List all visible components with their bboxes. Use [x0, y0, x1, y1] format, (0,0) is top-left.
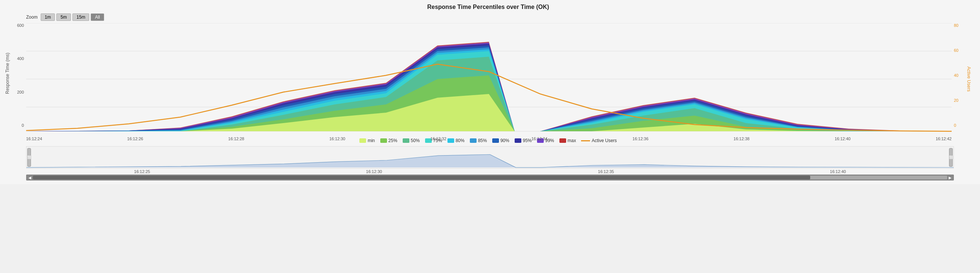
zoom-label: Zoom [26, 14, 38, 20]
y-axis-left: 600 400 200 0 [10, 23, 26, 135]
y-tick-600: 600 [17, 23, 24, 28]
minimap-tick-3: 16:12:40 [830, 169, 846, 174]
scroll-left-arrow[interactable]: ◀ [27, 176, 33, 180]
zoom-btn-5m[interactable]: 5m [56, 13, 71, 21]
y-right-tick-20: 20 [954, 98, 958, 103]
minimap-handle-left[interactable]: ⬜ [27, 148, 31, 167]
y-right-tick-60: 60 [954, 48, 958, 52]
x-tick-8: 16:12:40 [834, 136, 851, 141]
y-axis-right: 80 60 40 20 0 [951, 23, 965, 135]
zoom-btn-15m[interactable]: 15m [72, 13, 89, 21]
x-tick-6: 16:12:36 [633, 136, 649, 141]
zoom-btn-all[interactable]: All [91, 13, 104, 21]
minimap-tick-0: 16:12:25 [134, 169, 150, 174]
minimap-x-axis: 16:12:25 16:12:30 16:12:35 16:12:40 [26, 169, 954, 174]
minimap-svg [27, 146, 953, 168]
chart-title: Response Time Percentiles over Time (OK) [4, 4, 972, 10]
svg-rect-16 [27, 146, 953, 168]
x-tick-9: 16:12:42 [935, 136, 951, 141]
minimap[interactable]: ⬜ ⬜ [26, 146, 954, 168]
y-tick-200: 200 [17, 90, 24, 94]
minimap-handle-right[interactable]: ⬜ [949, 148, 953, 167]
x-tick-3: 16:12:30 [329, 136, 345, 141]
scroll-right-arrow[interactable]: ▶ [947, 176, 953, 180]
chart-svg [26, 23, 951, 135]
minimap-tick-2: 16:12:35 [598, 169, 614, 174]
scroll-thumb[interactable] [33, 176, 810, 179]
zoom-btn-1m[interactable]: 1m [41, 13, 55, 21]
scroll-track[interactable] [33, 176, 947, 179]
zoom-controls: Zoom 1m 5m 15m All [26, 13, 972, 21]
chart-container: Response Time Percentiles over Time (OK)… [0, 0, 980, 184]
y-right-tick-80: 80 [954, 23, 958, 28]
x-tick-1: 16:12:26 [127, 136, 143, 141]
x-tick-0: 16:12:24 [26, 136, 42, 141]
y-axis-left-label: Response Time (ms) [5, 64, 10, 94]
x-tick-2: 16:12:28 [228, 136, 245, 141]
y-tick-400: 400 [17, 56, 24, 61]
x-axis: 16:12:24 16:12:26 16:12:28 16:12:30 16:1… [26, 135, 951, 141]
x-tick-5: 16:12:34 [531, 136, 547, 141]
main-chart: 16:12:24 16:12:26 16:12:28 16:12:30 16:1… [26, 23, 951, 135]
y-axis-right-label: Active Users [966, 64, 971, 94]
x-tick-4: 16:12:32 [430, 136, 446, 141]
scrollbar[interactable]: ◀ ▶ [26, 175, 954, 181]
minimap-tick-1: 16:12:30 [366, 169, 382, 174]
x-tick-7: 16:12:38 [734, 136, 750, 141]
y-right-tick-0: 0 [954, 123, 956, 127]
y-tick-0: 0 [22, 123, 24, 127]
y-right-tick-40: 40 [954, 73, 958, 78]
